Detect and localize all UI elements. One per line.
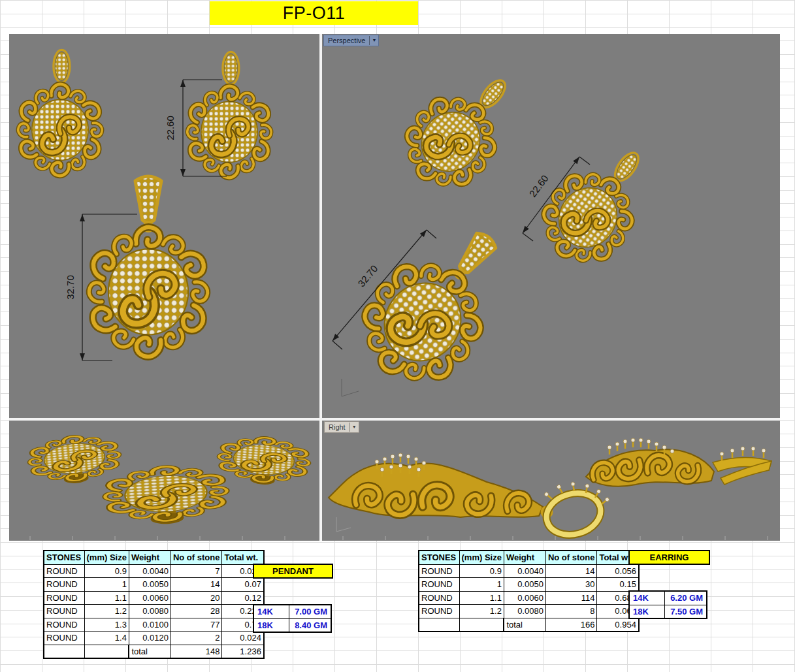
cell-count[interactable]: 7	[170, 564, 222, 578]
cell-total[interactable]: 0.07	[222, 578, 264, 592]
earring-stones-table: STONES (mm) Size Weight No of stone Tota…	[418, 550, 640, 632]
cell-count[interactable]: 28	[170, 605, 222, 618]
cell-count[interactable]: 14	[545, 564, 597, 578]
cell-gold-weight[interactable]: 6.20 GM	[664, 591, 707, 605]
table-header-row: STONES (mm) Size Weight No of stone Tota…	[44, 551, 264, 564]
cell-count[interactable]: 8	[545, 605, 597, 618]
design-code-banner[interactable]: FP-O11	[210, 1, 418, 25]
cell-size[interactable]: 1.3	[84, 618, 129, 632]
viewport-title-perspective[interactable]: Perspective ▼	[323, 35, 379, 46]
gold-weight-row: 18K 7.50 GM	[629, 605, 707, 618]
pendant-badge[interactable]: PENDANT	[253, 564, 333, 579]
cell-stone-type[interactable]: ROUND	[44, 578, 84, 592]
earring-gold-weight-box: 14K 6.20 GM 18K 7.50 GM	[628, 590, 707, 619]
col-header-stones[interactable]: STONES	[419, 551, 459, 564]
dimension-label: 32.70	[355, 263, 380, 289]
cell-size[interactable]: 0.9	[459, 564, 504, 578]
col-header-weight[interactable]: Weight	[129, 551, 170, 564]
cell-total-label[interactable]: total	[129, 645, 170, 658]
cell-stone-type[interactable]: ROUND	[419, 564, 459, 578]
cell-weight[interactable]: 0.0040	[129, 564, 170, 578]
cell-karat[interactable]: 18K	[253, 618, 289, 632]
cell-stone-type[interactable]: ROUND	[44, 564, 84, 578]
cell-count[interactable]: 20	[170, 591, 222, 605]
cell-karat[interactable]: 14K	[253, 605, 289, 618]
cell-total-weight[interactable]: 1.236	[222, 645, 264, 658]
earring-wire-band	[713, 447, 771, 485]
cell-stone-type[interactable]: ROUND	[419, 591, 459, 605]
chevron-down-icon[interactable]: ▼	[349, 423, 359, 432]
cell-weight[interactable]: 0.0080	[504, 605, 545, 618]
cell-gold-weight[interactable]: 8.40 GM	[289, 618, 331, 632]
cell-size[interactable]: 1	[459, 578, 504, 592]
chevron-down-icon[interactable]: ▼	[369, 36, 378, 45]
viewport-title-right[interactable]: Right ▼	[324, 421, 359, 433]
cell-gold-weight[interactable]: 7.00 GM	[289, 605, 331, 618]
earring-render-top-1	[27, 432, 122, 487]
cell-size[interactable]: 1.1	[84, 591, 129, 605]
cell-stone-type[interactable]: ROUND	[419, 605, 459, 618]
cell-total[interactable]: 0.12	[222, 591, 264, 605]
col-header-count[interactable]: No of stone	[545, 551, 597, 564]
cell-blank[interactable]	[459, 618, 504, 632]
cell-size[interactable]: 1	[84, 578, 129, 592]
cell-total-count[interactable]: 148	[170, 645, 222, 658]
table-row: ROUND 1.2 0.0080 8 0.064	[419, 605, 639, 618]
earring-badge[interactable]: EARRING	[628, 550, 710, 565]
viewport-canvas-perspective[interactable]: 22.60 32.70	[322, 34, 780, 418]
viewport-canvas-front[interactable]: 22.60 32.70	[9, 34, 319, 418]
col-header-count[interactable]: No of stone	[170, 551, 222, 564]
cell-total[interactable]: 0.15	[597, 578, 639, 592]
gold-weight-row: 14K 7.00 GM	[253, 605, 331, 618]
col-header-weight[interactable]: Weight	[504, 551, 545, 564]
cell-blank[interactable]	[44, 645, 84, 658]
viewport-canvas-top[interactable]	[9, 421, 319, 541]
cell-stone-type[interactable]: ROUND	[44, 591, 84, 605]
cell-weight[interactable]: 0.0120	[129, 632, 170, 645]
cell-total[interactable]: 0.024	[222, 632, 264, 645]
cell-size[interactable]: 0.9	[84, 564, 129, 578]
cell-weight[interactable]: 0.0060	[129, 591, 170, 605]
cell-total[interactable]: 0.056	[597, 564, 639, 578]
earring-render-top-2	[217, 434, 311, 487]
cell-size[interactable]: 1.1	[459, 591, 504, 605]
cell-karat[interactable]: 14K	[629, 591, 664, 605]
cell-weight[interactable]: 0.0100	[129, 618, 170, 632]
cell-size[interactable]: 1.2	[84, 605, 129, 618]
col-header-size[interactable]: (mm) Size	[84, 551, 129, 564]
cell-stone-type[interactable]: ROUND	[44, 632, 84, 645]
cell-weight[interactable]: 0.0050	[504, 578, 545, 592]
cell-count[interactable]: 114	[545, 591, 597, 605]
cell-total-count[interactable]: 166	[545, 618, 597, 632]
cell-gold-weight[interactable]: 7.50 GM	[664, 605, 707, 618]
cell-blank[interactable]	[419, 618, 459, 632]
cell-count[interactable]: 14	[170, 578, 222, 592]
cell-count[interactable]: 2	[170, 632, 222, 645]
pendant-stones-table: STONES (mm) Size Weight No of stone Tota…	[43, 550, 265, 659]
cell-total-weight[interactable]: 0.954	[597, 618, 639, 632]
viewport-canvas-right[interactable]	[322, 421, 780, 541]
ruler-ticks	[343, 536, 768, 540]
cell-weight[interactable]: 0.0060	[504, 591, 545, 605]
earring-render-side	[586, 438, 771, 487]
col-header-total[interactable]: Total wt.	[222, 551, 264, 564]
cell-weight[interactable]: 0.0050	[129, 578, 170, 592]
table-row: ROUND 1 0.0050 14 0.07	[44, 578, 264, 592]
table-total-row: total 148 1.236	[44, 645, 264, 658]
cell-count[interactable]: 77	[170, 618, 222, 632]
col-header-stones[interactable]: STONES	[44, 551, 84, 564]
earring-render-perspective-2	[527, 128, 669, 280]
cell-size[interactable]: 1.4	[84, 632, 129, 645]
cell-count[interactable]: 30	[545, 578, 597, 592]
cell-blank[interactable]	[84, 645, 129, 658]
cell-weight[interactable]: 0.0080	[129, 605, 170, 618]
col-header-size[interactable]: (mm) Size	[459, 551, 504, 564]
cell-size[interactable]: 1.2	[459, 605, 504, 618]
cell-total-label[interactable]: total	[504, 618, 545, 632]
cell-karat[interactable]: 18K	[629, 605, 664, 618]
cell-stone-type[interactable]: ROUND	[44, 618, 84, 632]
cell-stone-type[interactable]: ROUND	[44, 605, 84, 618]
cell-weight[interactable]: 0.0040	[504, 564, 545, 578]
cell-stone-type[interactable]: ROUND	[419, 578, 459, 592]
earring-render-front-1	[18, 50, 103, 176]
